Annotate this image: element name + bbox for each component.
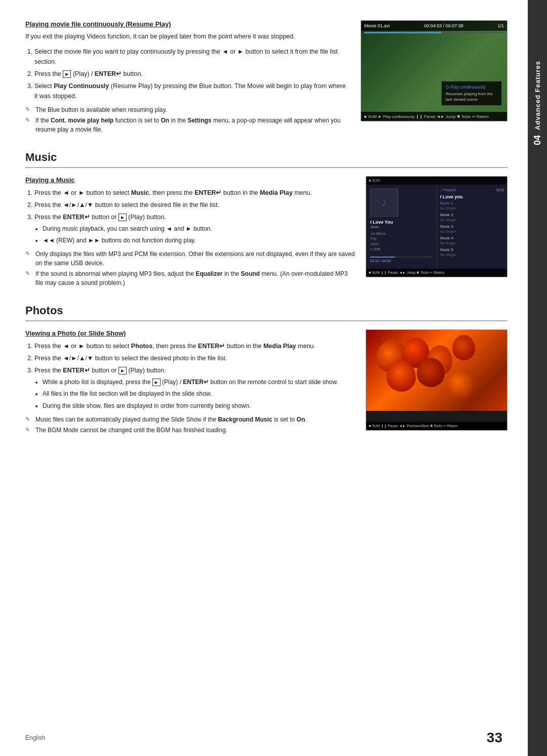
side-tab: Advanced Features 04 [528,0,547,756]
music-note-1: Only displays the files with MP3 and PCM… [25,249,356,268]
photos-subnote-3: During the slide show, files are display… [43,401,356,411]
apple-7 [452,335,475,360]
playlist-item-1: Music 1No Singer [440,200,504,212]
music-subnotes: During music playback, you can search us… [34,224,356,245]
music-meta: 1st Album Pop 2010 4.2MB [370,231,433,253]
photos-subnotes: While a photo list is displayed, press t… [34,377,356,411]
video-top-bar: Movie 01.avi 00:04:03 / 00:07:38 1/1 [361,21,507,31]
apple-5 [417,358,445,387]
photos-text-col: Viewing a Photo (or Slide Show) Press th… [25,329,356,436]
photos-notes: Music files can be automatically played … [25,415,356,435]
music-subsection-title: Playing a Music [25,176,356,184]
page-number: 33 [487,730,502,746]
music-steps: Press the ◄ or ► button to select Music,… [25,188,356,245]
music-title: Music [25,151,507,168]
music-subnote-1: During music playback, you can search us… [43,224,356,234]
photos-note-1: Music files can be automatically played … [25,415,356,424]
resume-play-text: Playing movie file continuously (Resume … [25,20,350,136]
music-playlist-icon: ♪ Playlist [440,188,456,192]
music-genre: Pop [370,237,376,240]
music-playlist-count: 3/15 [496,188,504,192]
music-playlist-title: I Love you [440,194,504,199]
photo-image [366,330,507,411]
music-album: 1st Album [370,232,386,235]
music-note-2: If the sound is abnormal when playing MP… [25,269,356,287]
photo-controls: ■ SUM ❙❙ Pause ◄► Previous/Next ✱ Tools … [369,424,458,428]
playlist-item-2: Music 2No Singer [440,212,504,224]
photos-step-1: Press the ◄ or ► button to select Photos… [34,341,356,351]
music-year: 2010 [370,242,378,246]
step-2: Press the ► (Play) / ENTER↵ button. [34,69,350,79]
video-progress-track [364,32,504,33]
chapter-label: Advanced Features [534,61,541,130]
photos-step-3: Press the ENTER↵ button or ► (Play) butt… [34,365,356,411]
music-note-icon: ♪ [382,197,387,208]
video-time: 00:04:03 / 00:07:38 [424,23,463,28]
music-subnote-2: ◄◄ (REW) and ►► buttons do not function … [43,236,356,245]
step-3: Select Play Continuously (Resume Play) b… [34,81,350,101]
video-filename: Movie 01.avi [364,23,390,28]
music-right-panel: ♪ Playlist 3/15 I Love you Music 1No Sin… [437,185,507,269]
photo-bottom-area [366,411,507,421]
playlist-item-3: Music 3No Singer [440,224,504,235]
step-1: Select the movie file you want to play c… [34,47,350,67]
music-playlist-header: ♪ Playlist 3/15 [440,188,504,192]
chapter-number: 04 [532,135,543,145]
video-popup: D Play continuously Resumes playing from… [441,81,502,106]
music-size: 4.2MB [370,247,380,251]
note-1: The Blue button is available when resumi… [25,105,350,114]
video-bottom-bar: ■ SUM ► Play continuously ❙❙ Pause ◄► Ju… [361,112,507,121]
resume-play-intro: If you exit the playing Videos function,… [25,32,350,41]
music-artist: Jhon [370,225,433,229]
video-popup-title: D Play continuously [446,85,497,90]
resume-play-notes: The Blue button is available when resumi… [25,105,350,134]
video-progress-fill [364,32,441,33]
main-content: Playing movie file continuously (Resume … [0,0,528,756]
photos-steps: Press the ◄ or ► button to select Photos… [25,341,356,411]
photos-subsection-title: Viewing a Photo (or Slide Show) [25,329,356,337]
photo-bottom-bar: ■ SUM ❙❙ Pause ◄► Previous/Next ✱ Tools … [366,422,507,430]
playlist-item-4: Music 4No Singer [440,235,504,247]
music-step-2: Press the ◄/►/▲/▼ button to select the d… [34,200,356,210]
photos-subnote-2: All files in the file list section will … [43,389,356,399]
music-progress-bar [370,257,433,258]
photos-section: Photos Viewing a Photo (or Slide Show) P… [25,304,507,436]
resume-play-section: Playing movie file continuously (Resume … [25,20,507,136]
video-screen-mockup: Movie 01.avi 00:04:03 / 00:07:38 1/1 D P… [361,20,507,121]
music-bottom-bar: ■ SUM ❙❙ Pause ◄► Jump ✱ Tools ↩ Return [366,269,507,277]
video-page: 1/1 [497,23,504,28]
music-notes: Only displays the files with MP3 and PCM… [25,249,356,287]
video-popup-text: Resumes playing from the last viewed sce… [446,91,497,102]
page-language: English [25,734,45,741]
photo-screen-mockup: ▶ Normal Image1024.jpg 1024x768 2010/2/1… [366,329,507,431]
music-step-1: Press the ◄ or ► button to select Music,… [34,188,356,198]
music-text-col: Playing a Music Press the ◄ or ► button … [25,176,356,289]
music-progress: 01:10 / 04:02 [370,257,433,263]
music-step-3: Press the ENTER↵ button or ► (Play) butt… [34,212,356,245]
photos-title: Photos [25,304,507,321]
page: Advanced Features 04 Playing movie file … [0,0,547,756]
music-body: Playing a Music Press the ◄ or ► button … [25,176,507,289]
music-screen-mockup: ■ SUM ♪ I Love You Jhon 1st Album [366,176,507,277]
music-album-art: ♪ [370,189,398,217]
playlist-item-5: Music 5No Singer [440,247,504,259]
photos-screen-col: ▶ Normal Image1024.jpg 1024x768 2010/2/1… [366,329,507,436]
music-section: Music Playing a Music Press the ◄ or ► b… [25,151,507,289]
resume-play-steps: Select the movie file you want to play c… [25,47,350,101]
music-controls: ■ SUM ❙❙ Pause ◄► Jump ✱ Tools ↩ Return [369,271,444,275]
music-playlist: Music 1No Singer Music 2No Singer Music … [440,200,504,259]
music-track-title: I Love You [370,220,433,225]
resume-play-title: Playing movie file continuously (Resume … [25,20,350,28]
video-controls: ■ SUM ► Play continuously ❙❙ Pause ◄► Ju… [364,114,489,119]
photos-subnote-1: While a photo list is displayed, press t… [43,377,356,387]
apple-4 [386,360,416,392]
music-progress-fill [370,257,395,258]
photos-body: Viewing a Photo (or Slide Show) Press th… [25,329,507,436]
music-top-bar: ■ SUM [366,177,507,185]
music-left-panel: ♪ I Love You Jhon 1st Album Pop 2010 4.2… [366,185,437,269]
apple-6 [447,370,473,398]
photos-step-2: Press the ◄/►/▲/▼ button to select the d… [34,353,356,363]
music-screen-inner: ♪ I Love You Jhon 1st Album Pop 2010 4.2… [366,185,507,269]
page-bottom: English 33 [25,730,502,746]
note-2: If the Cont. movie play help function is… [25,116,350,134]
